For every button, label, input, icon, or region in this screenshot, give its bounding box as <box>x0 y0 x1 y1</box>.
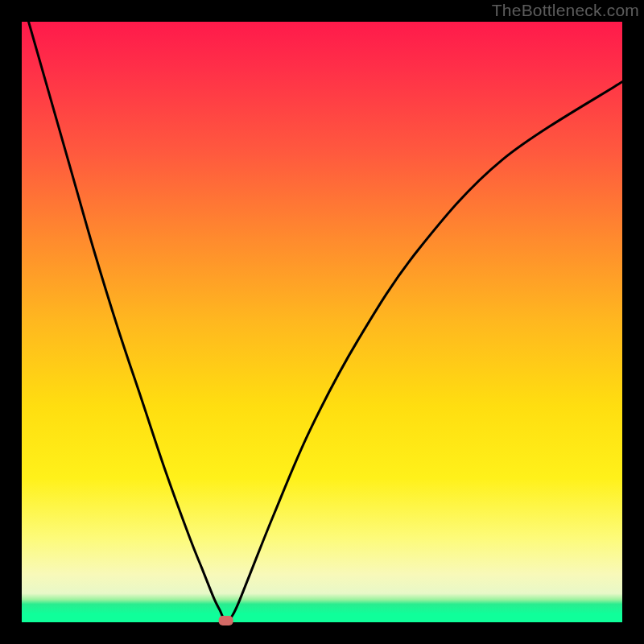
watermark-text: TheBottleneck.com <box>492 1 639 20</box>
bottleneck-curve <box>22 0 622 622</box>
minimum-marker <box>219 616 233 625</box>
chart-frame: TheBottleneck.com <box>0 0 644 644</box>
plot-area <box>22 22 622 622</box>
curve-layer <box>22 22 622 622</box>
